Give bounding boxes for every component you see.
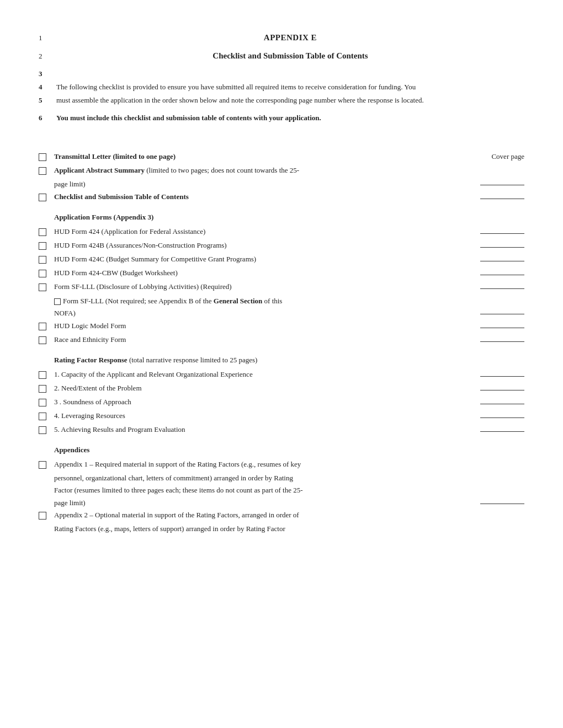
checklist-toc-cb-col	[39, 191, 54, 204]
line6-text: You must include this checklist and subm…	[56, 113, 524, 124]
hud424-text: HUD Form 424 (Application for Federal As…	[54, 226, 475, 237]
line2-number: 2	[39, 52, 56, 61]
hud424cbw-page-ref	[475, 267, 524, 277]
rf5-line	[480, 431, 524, 432]
abstract-continuation: page limit)	[39, 179, 524, 190]
app1-checkbox[interactable]	[39, 461, 46, 469]
checklist-toc-label: Checklist and Submission Table of Conten…	[54, 192, 189, 201]
line1-row: 1 APPENDIX E	[39, 33, 524, 44]
line3-row: 3	[39, 69, 524, 79]
app2-cb-col	[39, 510, 54, 522]
app1-cont2-text: Factor (resumes limited to three pages e…	[54, 485, 524, 496]
rf5-checkbox[interactable]	[39, 426, 46, 434]
rf3-checkbox[interactable]	[39, 399, 46, 406]
race-cb-col	[39, 334, 54, 346]
sflll-req-line	[480, 288, 524, 289]
sflll-req-text: Form SF-LLL (Disclosure of Lobbying Acti…	[54, 281, 475, 292]
sflll-note-checkbox[interactable]	[54, 298, 61, 305]
rating-header-rest: (total narrative response limited to 25 …	[129, 356, 257, 364]
checklist-toc-checkbox[interactable]	[39, 194, 46, 201]
rf4-page-ref	[475, 410, 524, 420]
rf5-text: 5. Achieving Results and Program Evaluat…	[54, 424, 475, 435]
race-checkbox[interactable]	[39, 336, 46, 344]
hud424-row: HUD Form 424 (Application for Federal As…	[39, 226, 524, 238]
sflll-continuation-row: NOFA)	[39, 308, 524, 319]
sflll-nofa-text: NOFA)	[54, 308, 475, 319]
app1-cont1-text: personnel, organizational chart, letters…	[54, 473, 524, 484]
transmittal-page-ref: Cover page	[475, 151, 524, 161]
logicmodel-checkbox[interactable]	[39, 323, 46, 330]
abstract-label-bold: Applicant Abstract Summary	[54, 166, 145, 174]
rating-header: Rating Factor Response (total narrative …	[54, 356, 524, 365]
rf3-page-ref	[475, 397, 524, 406]
abstract-page-ref	[475, 165, 524, 166]
rf1-text: 1. Capacity of the Applicant and Relevan…	[54, 369, 475, 380]
logicmodel-page-ref	[475, 320, 524, 330]
appendices-header: Appendices	[54, 446, 524, 454]
rf5-row: 5. Achieving Results and Program Evaluat…	[39, 424, 524, 436]
app2-row: Appendix 2 – Optional material in suppor…	[39, 510, 524, 522]
rf1-checkbox[interactable]	[39, 371, 46, 379]
rf3-row: 3 . Soundness of Approach	[39, 397, 524, 409]
checklist-title: Checklist and Submission Table of Conten…	[56, 51, 524, 61]
rf4-cb-col	[39, 410, 54, 422]
hud424c-cb-col	[39, 254, 54, 266]
abstract-checkbox[interactable]	[39, 167, 46, 175]
line3-number: 3	[39, 69, 56, 78]
transmittal-checkbox[interactable]	[39, 153, 46, 161]
hud424-line	[480, 233, 524, 234]
rf3-text: 3 . Soundness of Approach	[54, 397, 475, 408]
transmittal-row: Transmittal Letter (limited to one page)…	[39, 151, 524, 163]
app2-checkbox[interactable]	[39, 512, 46, 520]
app1-text: Appendix 1 – Required material in suppor…	[54, 459, 475, 470]
rf1-cb-col	[39, 369, 54, 381]
line6-number: 6	[39, 114, 56, 122]
hud424-checkbox[interactable]	[39, 228, 46, 236]
app1-page-ref	[475, 459, 524, 460]
hud424cbw-checkbox[interactable]	[39, 270, 46, 277]
rf3-line	[480, 404, 524, 404]
rf5-page-ref	[475, 424, 524, 434]
checklist-section: Transmittal Letter (limited to one page)…	[39, 151, 524, 534]
line5-text: must assemble the application in the ord…	[56, 95, 524, 106]
hud424c-line	[480, 261, 524, 261]
abstract-label-rest: (limited to two pages; does not count to…	[146, 166, 299, 174]
race-line	[480, 341, 524, 342]
appendix-title: APPENDIX E	[56, 33, 524, 42]
rf4-text: 4. Leveraging Resources	[54, 410, 475, 421]
app1-row: Appendix 1 – Required material in suppor…	[39, 459, 524, 471]
logicmodel-text: HUD Logic Model Form	[54, 320, 475, 331]
sflll-note-text: Form SF-LLL (Not required; see Appendix …	[54, 296, 524, 307]
rf1-page-ref	[475, 369, 524, 379]
line4-text: The following checklist is provided to e…	[56, 82, 524, 93]
rf1-line	[480, 376, 524, 377]
logicmodel-row: HUD Logic Model Form	[39, 320, 524, 333]
hud424c-checkbox[interactable]	[39, 256, 46, 264]
rf2-checkbox[interactable]	[39, 385, 46, 393]
app1-cont3: page limit)	[39, 497, 524, 508]
hud424b-checkbox[interactable]	[39, 242, 46, 250]
hud424b-cb-col	[39, 240, 54, 252]
hud424c-text: HUD Form 424C (Budget Summary for Compet…	[54, 254, 475, 265]
sflll-req-cb-col	[39, 281, 54, 293]
rf5-cb-col	[39, 424, 54, 436]
hud424cbw-row: HUD Form 424-CBW (Budget Worksheet)	[39, 267, 524, 280]
hud424b-line	[480, 247, 524, 248]
rf2-text: 2. Need/Extent of the Problem	[54, 383, 475, 394]
hud424cbw-cb-col	[39, 267, 54, 280]
race-text: Race and Ethnicity Form	[54, 334, 475, 345]
transmittal-text: Transmittal Letter (limited to one page)	[54, 151, 475, 162]
hud424cbw-text: HUD Form 424-CBW (Budget Worksheet)	[54, 267, 475, 279]
line5-row: 5 must assemble the application in the o…	[39, 95, 524, 106]
checklist-toc-row: Checklist and Submission Table of Conten…	[39, 191, 524, 204]
transmittal-label: Transmittal Letter (limited to one page)	[54, 152, 176, 160]
rf4-line	[480, 417, 524, 418]
sflll-req-checkbox[interactable]	[39, 283, 46, 291]
rf2-cb-col	[39, 383, 54, 395]
rf4-checkbox[interactable]	[39, 413, 46, 420]
app1-cont2: Factor (resumes limited to three pages e…	[39, 485, 524, 496]
hud424-cb-col	[39, 226, 54, 238]
abstract-text: Applicant Abstract Summary (limited to t…	[54, 165, 475, 176]
line4-row: 4 The following checklist is provided to…	[39, 82, 524, 93]
transmittal-cover: Cover page	[491, 152, 524, 160]
